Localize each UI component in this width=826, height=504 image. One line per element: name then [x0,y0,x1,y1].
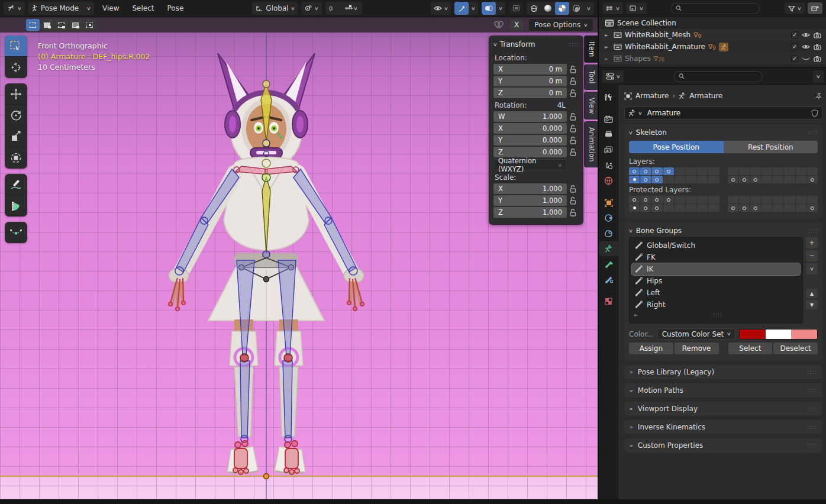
outliner-display-mode[interactable]: ∨ [602,2,623,14]
armature-layer-cell[interactable] [807,196,818,203]
outliner-row-shapes[interactable]: ► Shapes ∇70 ✓ [599,53,826,64]
armature-layer-cell[interactable] [663,196,674,203]
pose-position-button[interactable]: Pose Position [629,141,724,153]
armature-layer-cell[interactable] [686,176,696,183]
armature-name-field[interactable]: ∨ Armature [624,106,822,119]
layers-grid-right[interactable] [728,167,818,183]
panel-grip[interactable]: :::: [808,228,818,234]
overlays-dropdown[interactable]: ∨ [494,6,507,11]
armature-layer-cell[interactable] [640,167,651,175]
shading-material-button[interactable] [555,2,569,15]
lock-icon[interactable] [567,125,579,133]
snap-settings-dropdown[interactable]: ∨ [340,2,362,15]
layers-grid-left[interactable] [629,167,719,183]
lock-icon[interactable] [567,197,579,205]
location-y-field[interactable]: Y0 m [493,76,567,86]
origin-point[interactable] [264,474,269,479]
disable-render-camera-icon[interactable] [814,44,821,50]
panel-grip[interactable]: :::: [808,387,817,393]
armature-layer-cell[interactable] [762,167,772,175]
viewport-3d[interactable]: X Pose Options∨ Front Orthographic (0) A… [0,17,598,499]
armature-layer-cell[interactable] [796,167,806,175]
gizmos-dropdown[interactable]: ∨ [467,6,480,11]
armature-layer-cell[interactable] [697,167,708,175]
fake-user-shield-icon[interactable] [811,109,818,117]
armature-layer-cell[interactable] [739,167,750,175]
armature-layer-cell[interactable] [708,196,719,203]
breadcrumb-object[interactable]: Armature [635,92,669,100]
rest-position-button[interactable]: Rest Position [724,141,818,153]
tab-render[interactable] [599,112,618,127]
move-up-button[interactable]: ▲ [806,289,818,298]
menu-view[interactable]: View [98,2,124,15]
tab-constraints[interactable] [599,211,618,225]
lock-icon[interactable] [567,137,579,144]
armature-layer-cell[interactable] [629,167,640,175]
select-intersect-button[interactable] [83,19,96,31]
armature-layer-cell[interactable] [739,204,750,212]
lock-icon[interactable] [567,113,579,121]
armature-layer-cell[interactable] [708,204,719,212]
tab-physics[interactable] [599,226,618,241]
armature-layer-cell[interactable] [773,204,783,212]
shading-wireframe-button[interactable] [527,2,541,15]
armature-layer-cell[interactable] [762,196,772,203]
shading-solid-button[interactable] [541,2,555,15]
tool-move[interactable] [5,83,27,105]
expand-icon[interactable]: ► [605,44,611,50]
armature-layer-cell[interactable] [739,176,750,183]
armature-layer-cell[interactable] [762,176,772,183]
armature-layer-cell[interactable] [640,176,651,183]
mode-dropdown[interactable]: Pose Mode ∨ [28,2,94,15]
remove-bone-group-button[interactable]: − [806,250,818,261]
expand-icon[interactable]: ► [605,56,611,62]
rotation-y-field[interactable]: Y0.000 [493,135,567,146]
mirror-x-button[interactable]: X [510,20,523,31]
add-bone-group-button[interactable]: + [806,237,818,248]
shading-dropdown[interactable]: ∨ [582,6,596,11]
bone-group-item[interactable]: Left [632,287,800,299]
armature-layer-cell[interactable] [728,196,738,203]
bone-group-item[interactable]: Right [632,299,800,311]
protected-grid-left[interactable] [629,196,719,212]
remove-button[interactable]: Remove [675,343,719,354]
properties-search[interactable] [674,71,763,82]
select-button[interactable]: Select [728,343,773,354]
armature-layer-cell[interactable] [651,196,662,203]
panel-custom-properties[interactable]: ∨Custom Properties:::: [624,438,822,453]
armature-layer-cell[interactable] [728,204,738,212]
bone-group-list-footer[interactable]: ►:::: [632,311,800,319]
armature-layer-cell[interactable] [651,204,662,212]
selectability-checkbox[interactable]: ✓ [791,55,798,62]
transform-orientation-dropdown[interactable]: Global ∨ [252,2,298,15]
select-extend-button[interactable] [40,19,54,31]
armature-layer-cell[interactable] [773,176,783,183]
disable-render-camera-icon[interactable] [814,32,821,38]
tab-tool-props[interactable] [599,90,618,105]
x-mirror-icon[interactable] [493,21,504,29]
bone-group-item[interactable]: FK [632,251,800,263]
bone-group-item[interactable]: Global/Switch [632,240,800,251]
pose-options-dropdown[interactable]: Pose Options∨ [529,19,593,31]
xray-toggle[interactable] [509,2,523,15]
armature-layer-cell[interactable] [663,204,674,212]
panel-pose-library[interactable]: ∨Pose Library (Legacy):::: [624,365,822,379]
armature-object-badge[interactable] [719,43,728,51]
armature-layer-cell[interactable] [675,176,685,183]
tool-annotate[interactable] [5,174,27,195]
armature-layer-cell[interactable] [675,167,685,175]
scale-z-field[interactable]: Z1.000 [493,207,567,218]
armature-layer-cell[interactable] [750,196,761,203]
armature-layer-cell[interactable] [807,176,818,183]
panel-grip[interactable]: :::: [808,442,817,448]
editor-type-button[interactable]: ∨ [4,2,25,15]
snap-toggle[interactable] [325,2,340,15]
armature-layer-cell[interactable] [629,176,640,183]
tab-object-data[interactable] [599,241,618,256]
panel-grip[interactable]: :::: [808,130,818,135]
tab-tool[interactable]: Tool [584,64,598,89]
tab-bone[interactable] [599,257,618,272]
scale-y-field[interactable]: Y1.000 [493,195,567,206]
armature-layer-cell[interactable] [675,204,685,212]
select-new-button[interactable] [26,19,40,31]
